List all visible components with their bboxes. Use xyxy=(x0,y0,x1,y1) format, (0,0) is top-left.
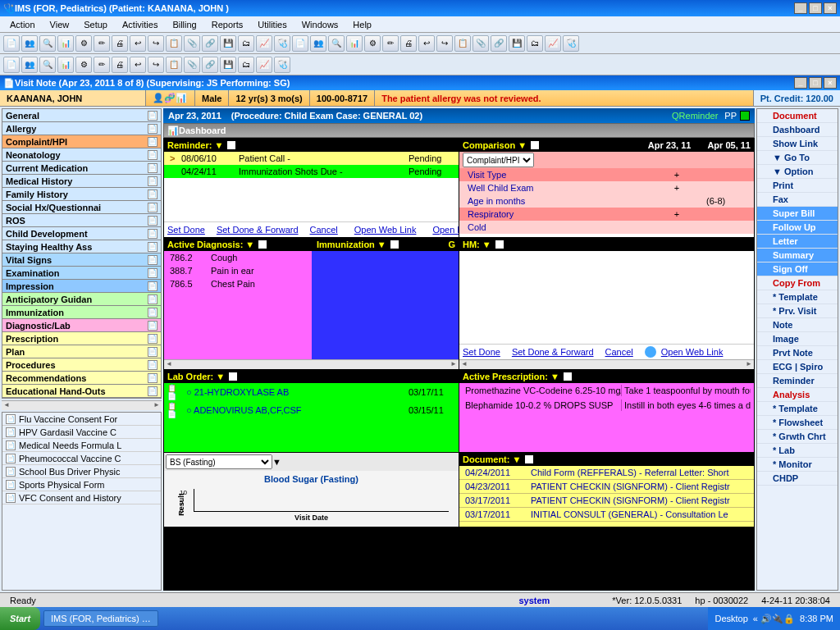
patient-icons[interactable]: 👤🧬📊 xyxy=(146,90,195,106)
menu-help[interactable]: Help xyxy=(346,18,378,31)
maximize-button[interactable]: □ xyxy=(809,2,822,14)
toolbar-button[interactable]: 💾 xyxy=(509,35,525,52)
hm-set-done-forward[interactable]: Set Done & Forward xyxy=(512,347,594,357)
sub-maximize-button[interactable]: □ xyxy=(809,77,822,89)
toolbar-button[interactable]: 🩺 xyxy=(274,57,290,73)
collapse-icon[interactable]: ▼ xyxy=(518,140,527,150)
toolbar-button[interactable]: 🔗 xyxy=(202,35,218,52)
menu-windows[interactable]: Windows xyxy=(295,18,345,31)
right-show-link[interactable]: Show Link xyxy=(757,137,838,151)
collapse-icon[interactable]: ▼ xyxy=(482,240,491,249)
toolbar-button[interactable]: 👥 xyxy=(21,35,38,52)
pp-indicator[interactable] xyxy=(740,111,750,121)
diagnosis-row[interactable]: 786.5Chest Pain xyxy=(164,277,312,290)
nav-scroll[interactable] xyxy=(2,400,162,410)
right-copy-from[interactable]: Copy From xyxy=(757,276,838,290)
qreminder-link[interactable]: QReminder xyxy=(672,111,718,121)
pane-toggle[interactable] xyxy=(531,141,539,149)
set-done-forward-link[interactable]: Set Done & Forward xyxy=(217,225,299,235)
right--go-to[interactable]: ▼ Go To xyxy=(757,151,838,165)
right--grwth-chrt[interactable]: * Grwth Chrt xyxy=(757,430,838,444)
right--template[interactable]: * Template xyxy=(757,290,838,304)
right--lab[interactable]: * Lab xyxy=(757,444,838,458)
toolbar-button[interactable]: 🔗 xyxy=(491,35,507,52)
rx-row[interactable]: Promethazine VC-Codeine 6.25-10 mg/5 mL … xyxy=(459,383,754,398)
document-row[interactable]: 04/23/2011PATIENT CHECKIN (SIGNFORM) - C… xyxy=(459,480,754,494)
right-prvt-note[interactable]: Prvt Note xyxy=(757,346,838,360)
form-item[interactable]: 📄HPV Gardasil Vaccine C xyxy=(2,426,161,439)
toolbar-button[interactable]: 🩺 xyxy=(274,35,290,52)
nav-examination[interactable]: Examination📄 xyxy=(2,267,161,280)
toolbar-button[interactable]: 🩺 xyxy=(563,35,579,52)
collapse-icon[interactable]: ▼ xyxy=(550,372,559,381)
nav-staying-healthy-ass[interactable]: Staying Healthy Ass📄 xyxy=(2,240,161,253)
toolbar-button[interactable]: 📋 xyxy=(166,57,182,73)
nav-current-medication[interactable]: Current Medication📄 xyxy=(2,162,161,175)
toolbar-button[interactable]: 💾 xyxy=(220,35,236,52)
nav-allergy[interactable]: Allergy📄 xyxy=(2,122,161,135)
reminder-row[interactable]: 04/24/11Immunization Shots Due -Pending xyxy=(164,165,459,178)
pane-toggle[interactable] xyxy=(495,240,504,249)
diagnosis-row[interactable]: 786.2Cough xyxy=(164,251,312,264)
right-document[interactable]: Document xyxy=(757,109,838,123)
nav-diagnostic-lab[interactable]: Diagnostic/Lab📄 xyxy=(2,319,161,332)
right-follow-up[interactable]: Follow Up xyxy=(757,221,838,235)
menu-reports[interactable]: Reports xyxy=(205,18,250,31)
right--option[interactable]: ▼ Option xyxy=(757,165,838,179)
toolbar-button[interactable]: 📊 xyxy=(346,35,363,52)
toolbar-button[interactable]: ↪ xyxy=(148,35,164,52)
toolbar-button[interactable]: ⚙ xyxy=(75,57,92,73)
nav-recommendations[interactable]: Recommendations📄 xyxy=(2,372,161,385)
toolbar-button[interactable]: 📈 xyxy=(256,35,272,52)
toolbar-button[interactable]: 🖨 xyxy=(112,35,128,52)
toolbar-button[interactable]: ✏ xyxy=(94,35,110,52)
pane-toggle[interactable] xyxy=(227,141,235,149)
document-row[interactable]: 03/17/2011PATIENT CHECKIN (SIGNFORM) - C… xyxy=(459,494,754,508)
menu-setup[interactable]: Setup xyxy=(77,18,114,31)
comparison-row[interactable]: Respiratory+ xyxy=(459,208,754,221)
reminder-row[interactable]: >08/06/10Patient Call -Pending xyxy=(164,152,459,165)
nav-child-development[interactable]: Child Development📄 xyxy=(2,227,161,240)
collapse-icon[interactable]: ▼ xyxy=(377,240,386,249)
form-item[interactable]: 📄Flu Vaccine Consent For xyxy=(2,413,161,426)
pane-toggle[interactable] xyxy=(258,240,267,249)
form-item[interactable]: 📄VFC Consent and History xyxy=(2,491,161,504)
toolbar-button[interactable]: 📄 xyxy=(3,57,20,73)
toolbar-button[interactable]: 📋 xyxy=(454,35,471,52)
nav-prescription[interactable]: Prescription📄 xyxy=(2,332,161,345)
open-web-link[interactable]: Open Web Link xyxy=(354,225,417,235)
tray-icons[interactable]: « 🔊🔌🔒 xyxy=(753,614,795,624)
right-chdp[interactable]: CHDP xyxy=(757,472,838,486)
nav-immunization[interactable]: Immunization📄 xyxy=(2,306,161,319)
lab-row[interactable]: 📋📄○ ADENOVIRUS AB,CF,CSF03/15/11 xyxy=(164,401,459,419)
toolbar-button[interactable]: 📎 xyxy=(184,35,200,52)
comparison-select[interactable]: Complaint/HPI xyxy=(463,153,534,167)
sub-minimize-button[interactable]: _ xyxy=(794,77,807,89)
toolbar-button[interactable]: 📈 xyxy=(256,57,272,73)
nav-vital-signs[interactable]: Vital Signs📄 xyxy=(2,253,161,267)
right-image[interactable]: Image xyxy=(757,332,838,346)
hm-open-web[interactable]: Open Web Link xyxy=(661,347,724,357)
nav-general[interactable]: General📄 xyxy=(2,109,161,122)
comparison-row[interactable]: Age in months(6-8) xyxy=(459,194,754,208)
nav-ros[interactable]: ROS📄 xyxy=(2,214,161,227)
tray-desktop[interactable]: Desktop xyxy=(714,614,747,623)
dx-scroll[interactable] xyxy=(164,359,459,369)
toolbar-button[interactable]: ⚙ xyxy=(75,35,92,52)
document-row[interactable]: 04/24/2011Child Form (REFFERALS) - Refer… xyxy=(459,466,754,480)
toolbar-button[interactable]: ↩ xyxy=(130,35,146,52)
toolbar-button[interactable]: 🔍 xyxy=(39,57,56,73)
collapse-icon[interactable]: ▼ xyxy=(512,454,521,464)
right-reminder[interactable]: Reminder xyxy=(757,374,838,388)
comparison-row[interactable]: Visit Type+ xyxy=(459,168,754,181)
pane-toggle[interactable] xyxy=(229,372,237,381)
form-item[interactable]: 📄Medical Needs Formula L xyxy=(2,439,161,452)
menu-view[interactable]: View xyxy=(43,18,76,31)
toolbar-button[interactable]: 📎 xyxy=(472,35,489,52)
right-fax[interactable]: Fax xyxy=(757,193,838,207)
toolbar-button[interactable]: 🗂 xyxy=(238,35,254,52)
nav-medical-history[interactable]: Medical History📄 xyxy=(2,175,161,188)
nav-neonatology[interactable]: Neonatology📄 xyxy=(2,148,161,162)
right-letter[interactable]: Letter xyxy=(757,235,838,249)
nav-plan[interactable]: Plan📄 xyxy=(2,345,161,358)
